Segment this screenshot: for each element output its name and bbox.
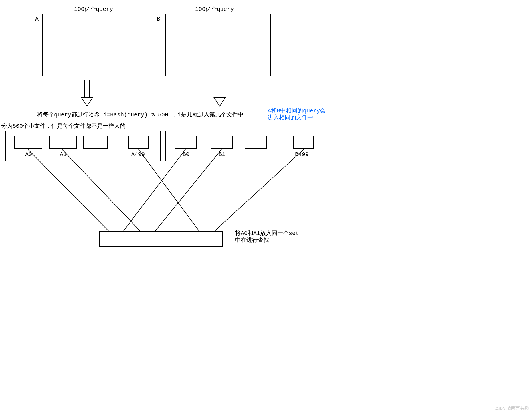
set-box	[99, 231, 223, 247]
bottom-text-line1: 将A0和A1放入同一个set	[235, 229, 299, 237]
converging-lines	[0, 0, 342, 245]
svg-line-9	[205, 149, 304, 240]
svg-line-4	[28, 149, 117, 240]
bottom-text-line2: 中在进行查找	[235, 236, 269, 244]
svg-line-5	[117, 149, 185, 240]
watermark: CSDN @西西弗质	[494, 406, 529, 412]
svg-line-6	[62, 149, 148, 240]
svg-line-8	[139, 149, 205, 240]
svg-line-7	[148, 149, 221, 240]
